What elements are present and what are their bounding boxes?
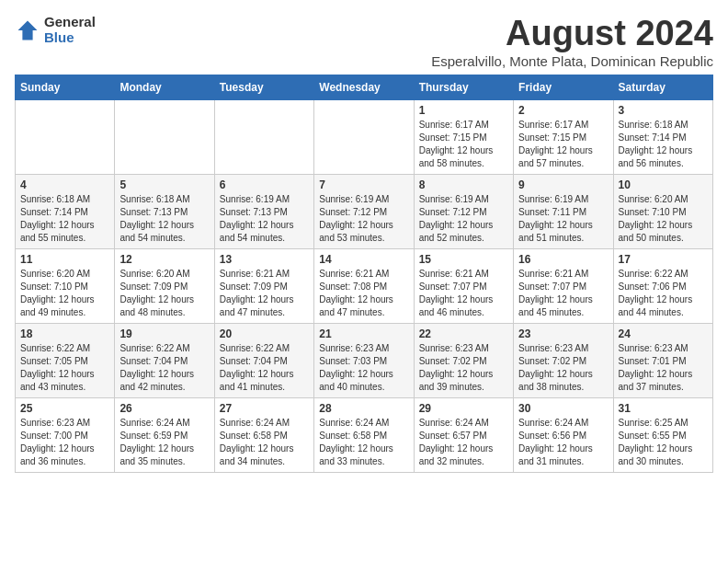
day-info: Sunrise: 6:21 AMSunset: 7:08 PMDaylight:… xyxy=(319,268,408,319)
calendar-cell: 26Sunrise: 6:24 AMSunset: 6:59 PMDayligh… xyxy=(115,397,214,472)
logo-general-text: General xyxy=(44,15,96,30)
day-number: 13 xyxy=(220,253,309,266)
calendar-cell: 28Sunrise: 6:24 AMSunset: 6:58 PMDayligh… xyxy=(314,397,414,472)
weekday-header-row: SundayMondayTuesdayWednesdayThursdayFrid… xyxy=(16,75,713,99)
day-number: 23 xyxy=(518,327,608,340)
day-info: Sunrise: 6:20 AMSunset: 7:10 PMDaylight:… xyxy=(619,193,708,245)
day-number: 24 xyxy=(619,327,708,340)
calendar-cell: 12Sunrise: 6:20 AMSunset: 7:09 PMDayligh… xyxy=(115,248,214,323)
calendar-cell xyxy=(16,99,115,174)
calendar-cell: 15Sunrise: 6:21 AMSunset: 7:07 PMDayligh… xyxy=(414,248,513,323)
calendar-week-row: 11Sunrise: 6:20 AMSunset: 7:10 PMDayligh… xyxy=(16,248,713,323)
calendar-cell: 10Sunrise: 6:20 AMSunset: 7:10 PMDayligh… xyxy=(613,174,712,248)
day-number: 22 xyxy=(419,327,508,340)
day-info: Sunrise: 6:25 AMSunset: 6:55 PMDaylight:… xyxy=(619,417,708,468)
weekday-header-wednesday: Wednesday xyxy=(314,75,414,99)
calendar-cell: 6Sunrise: 6:19 AMSunset: 7:13 PMDaylight… xyxy=(214,174,313,248)
calendar-cell: 3Sunrise: 6:18 AMSunset: 7:14 PMDaylight… xyxy=(613,99,712,174)
calendar-week-row: 4Sunrise: 6:18 AMSunset: 7:14 PMDaylight… xyxy=(16,174,713,248)
weekday-header-thursday: Thursday xyxy=(414,75,513,99)
day-number: 10 xyxy=(619,178,708,191)
weekday-header-saturday: Saturday xyxy=(613,75,712,99)
calendar-cell: 2Sunrise: 6:17 AMSunset: 7:15 PMDaylight… xyxy=(514,99,613,174)
day-info: Sunrise: 6:21 AMSunset: 7:09 PMDaylight:… xyxy=(220,268,309,319)
day-number: 18 xyxy=(20,327,109,340)
calendar-cell: 29Sunrise: 6:24 AMSunset: 6:57 PMDayligh… xyxy=(414,397,513,472)
calendar-cell: 17Sunrise: 6:22 AMSunset: 7:06 PMDayligh… xyxy=(613,248,712,323)
page-header: General Blue August 2024 Esperalvillo, M… xyxy=(15,15,713,69)
day-number: 11 xyxy=(20,253,109,266)
day-info: Sunrise: 6:23 AMSunset: 7:01 PMDaylight:… xyxy=(619,342,708,394)
day-number: 7 xyxy=(319,178,408,191)
day-number: 25 xyxy=(20,402,109,415)
day-info: Sunrise: 6:23 AMSunset: 7:00 PMDaylight:… xyxy=(20,417,109,468)
calendar-cell: 19Sunrise: 6:22 AMSunset: 7:04 PMDayligh… xyxy=(115,323,214,397)
day-info: Sunrise: 6:22 AMSunset: 7:05 PMDaylight:… xyxy=(20,342,109,394)
day-number: 17 xyxy=(619,253,708,266)
calendar-cell: 5Sunrise: 6:18 AMSunset: 7:13 PMDaylight… xyxy=(115,174,214,248)
day-info: Sunrise: 6:22 AMSunset: 7:04 PMDaylight:… xyxy=(220,342,309,394)
day-number: 4 xyxy=(20,178,109,191)
calendar-cell: 14Sunrise: 6:21 AMSunset: 7:08 PMDayligh… xyxy=(314,248,414,323)
day-number: 8 xyxy=(419,178,508,191)
day-number: 1 xyxy=(419,104,508,117)
day-info: Sunrise: 6:24 AMSunset: 6:59 PMDaylight:… xyxy=(119,417,209,468)
day-number: 16 xyxy=(518,253,608,266)
day-number: 6 xyxy=(220,178,309,191)
day-info: Sunrise: 6:19 AMSunset: 7:13 PMDaylight:… xyxy=(220,193,309,245)
day-info: Sunrise: 6:21 AMSunset: 7:07 PMDaylight:… xyxy=(518,268,608,319)
calendar-cell: 30Sunrise: 6:24 AMSunset: 6:56 PMDayligh… xyxy=(514,397,613,472)
day-number: 20 xyxy=(220,327,309,340)
day-info: Sunrise: 6:24 AMSunset: 6:58 PMDaylight:… xyxy=(220,417,309,468)
day-info: Sunrise: 6:24 AMSunset: 6:56 PMDaylight:… xyxy=(518,417,608,468)
calendar-cell: 24Sunrise: 6:23 AMSunset: 7:01 PMDayligh… xyxy=(613,323,712,397)
day-number: 30 xyxy=(518,402,608,415)
day-number: 31 xyxy=(619,402,708,415)
calendar-cell: 25Sunrise: 6:23 AMSunset: 7:00 PMDayligh… xyxy=(16,397,115,472)
calendar-table: SundayMondayTuesdayWednesdayThursdayFrid… xyxy=(15,75,713,473)
day-number: 5 xyxy=(119,178,209,191)
day-number: 21 xyxy=(319,327,408,340)
day-info: Sunrise: 6:23 AMSunset: 7:03 PMDaylight:… xyxy=(319,342,408,394)
day-info: Sunrise: 6:17 AMSunset: 7:15 PMDaylight:… xyxy=(518,119,608,170)
day-info: Sunrise: 6:19 AMSunset: 7:12 PMDaylight:… xyxy=(419,193,508,245)
day-number: 26 xyxy=(119,402,209,415)
day-info: Sunrise: 6:23 AMSunset: 7:02 PMDaylight:… xyxy=(419,342,508,394)
weekday-header-monday: Monday xyxy=(115,75,214,99)
calendar-week-row: 18Sunrise: 6:22 AMSunset: 7:05 PMDayligh… xyxy=(16,323,713,397)
day-number: 9 xyxy=(518,178,608,191)
day-number: 3 xyxy=(619,104,708,117)
calendar-cell: 22Sunrise: 6:23 AMSunset: 7:02 PMDayligh… xyxy=(414,323,513,397)
calendar-cell: 1Sunrise: 6:17 AMSunset: 7:15 PMDaylight… xyxy=(414,99,513,174)
calendar-cell: 11Sunrise: 6:20 AMSunset: 7:10 PMDayligh… xyxy=(16,248,115,323)
calendar-cell xyxy=(214,99,313,174)
calendar-cell: 20Sunrise: 6:22 AMSunset: 7:04 PMDayligh… xyxy=(214,323,313,397)
day-info: Sunrise: 6:24 AMSunset: 6:57 PMDaylight:… xyxy=(419,417,508,468)
logo-text: General Blue xyxy=(44,15,96,45)
day-info: Sunrise: 6:21 AMSunset: 7:07 PMDaylight:… xyxy=(419,268,508,319)
weekday-header-sunday: Sunday xyxy=(16,75,115,99)
day-info: Sunrise: 6:22 AMSunset: 7:06 PMDaylight:… xyxy=(619,268,708,319)
calendar-cell: 27Sunrise: 6:24 AMSunset: 6:58 PMDayligh… xyxy=(214,397,313,472)
weekday-header-friday: Friday xyxy=(514,75,613,99)
day-info: Sunrise: 6:17 AMSunset: 7:15 PMDaylight:… xyxy=(419,119,508,170)
day-number: 27 xyxy=(220,402,309,415)
day-info: Sunrise: 6:20 AMSunset: 7:10 PMDaylight:… xyxy=(20,268,109,319)
calendar-cell: 23Sunrise: 6:23 AMSunset: 7:02 PMDayligh… xyxy=(514,323,613,397)
day-number: 15 xyxy=(419,253,508,266)
calendar-cell: 9Sunrise: 6:19 AMSunset: 7:11 PMDaylight… xyxy=(514,174,613,248)
day-info: Sunrise: 6:19 AMSunset: 7:12 PMDaylight:… xyxy=(319,193,408,245)
calendar-header: SundayMondayTuesdayWednesdayThursdayFrid… xyxy=(16,75,713,99)
day-info: Sunrise: 6:18 AMSunset: 7:14 PMDaylight:… xyxy=(20,193,109,245)
logo-icon xyxy=(15,17,40,43)
svg-marker-0 xyxy=(18,20,38,40)
calendar-body: 1Sunrise: 6:17 AMSunset: 7:15 PMDaylight… xyxy=(16,99,713,472)
calendar-cell: 31Sunrise: 6:25 AMSunset: 6:55 PMDayligh… xyxy=(613,397,712,472)
month-title: August 2024 xyxy=(431,15,713,53)
calendar-cell: 4Sunrise: 6:18 AMSunset: 7:14 PMDaylight… xyxy=(16,174,115,248)
calendar-week-row: 25Sunrise: 6:23 AMSunset: 7:00 PMDayligh… xyxy=(16,397,713,472)
calendar-cell: 13Sunrise: 6:21 AMSunset: 7:09 PMDayligh… xyxy=(214,248,313,323)
calendar-cell xyxy=(115,99,214,174)
day-info: Sunrise: 6:23 AMSunset: 7:02 PMDaylight:… xyxy=(518,342,608,394)
day-number: 14 xyxy=(319,253,408,266)
